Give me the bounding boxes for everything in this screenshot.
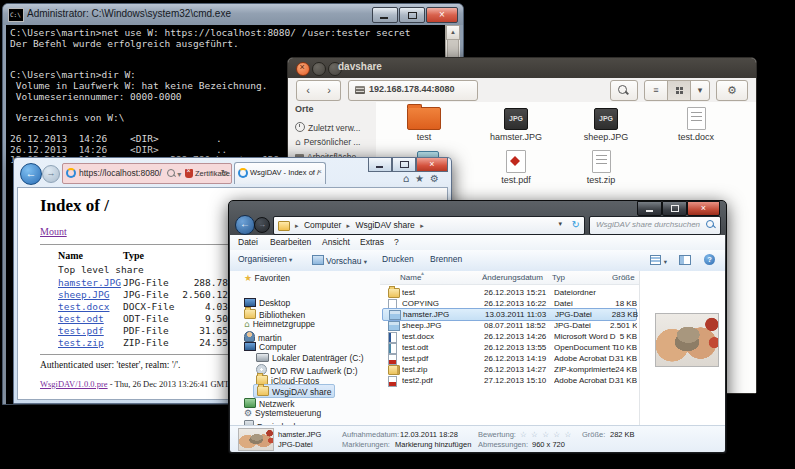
- file-link[interactable]: test.pdf: [58, 325, 104, 336]
- back-button[interactable]: [235, 215, 255, 235]
- sidebar-item-favoriten[interactable]: ★ Favoriten: [244, 273, 290, 283]
- breadcrumb-computer[interactable]: Computer: [304, 220, 341, 230]
- file-link[interactable]: test.odt: [58, 313, 104, 324]
- menu-help[interactable]: ?: [394, 237, 399, 247]
- sidebar-item-heimnetzgruppe[interactable]: ⌂Heimnetzgruppe: [244, 319, 315, 329]
- address-button[interactable]: 192.168.178.44:8080: [348, 80, 478, 101]
- file-row-pdf[interactable]: test.pdf26.12.2013 14:19Adobe Acrobat D.…: [382, 353, 637, 364]
- gear-menu-button[interactable]: ⚙: [716, 80, 748, 101]
- column-date[interactable]: Änderungsdatum: [482, 273, 543, 282]
- folder-icon: [407, 107, 441, 130]
- file-row-test[interactable]: test26.12.2013 15:21Dateiordner: [382, 287, 637, 298]
- file-link[interactable]: test.docx: [58, 301, 109, 312]
- image-file-icon: [388, 321, 400, 331]
- certificate-error-icon[interactable]: [185, 169, 193, 178]
- column-header-row: ▲ Name Änderungsdatum Typ Größe: [380, 271, 639, 285]
- search-box[interactable]: WsgiDAV share durchsuchen: [589, 216, 721, 235]
- file-test-pdf[interactable]: test.pdf: [474, 147, 558, 185]
- file-link[interactable]: sheep.JPG: [58, 289, 109, 300]
- folder-icon: [257, 386, 269, 396]
- folder-icon: [278, 221, 290, 231]
- address-bar[interactable]: https://localhost:8080/ ▾ Zertifikatfe..…: [62, 163, 232, 184]
- list-view-button[interactable]: ≡: [645, 81, 668, 100]
- views-button[interactable]: ▾: [650, 254, 667, 266]
- file-test-zip[interactable]: test.zip: [559, 147, 643, 185]
- burn-button[interactable]: Brennen: [430, 254, 462, 264]
- view-options-chevron[interactable]: ▾: [691, 81, 709, 100]
- document-file-icon: [687, 107, 706, 130]
- explorer-body: ★ Favoriten Desktop Bibliotheken ⌂Heimne…: [230, 271, 725, 426]
- search-button[interactable]: [610, 80, 638, 101]
- maximize-button[interactable]: [662, 201, 687, 216]
- nautilus-titlebar[interactable]: davshare: [288, 58, 756, 78]
- rating-stars[interactable]: ☆ ☆ ☆ ☆ ☆: [520, 430, 572, 439]
- file-row-docx[interactable]: test.docx26.12.2013 14:26Microsoft Word …: [382, 331, 637, 342]
- file-test-docx[interactable]: test.docx: [654, 104, 738, 142]
- details-filetype: JPG-Datei: [278, 440, 313, 449]
- file-row-odt[interactable]: test.odt26.12.2013 13:55OpenDocument T..…: [382, 342, 637, 353]
- favorites-star-icon[interactable]: ★: [415, 173, 430, 184]
- close-button[interactable]: ×: [426, 7, 458, 23]
- organize-button[interactable]: Organisieren ▾: [238, 254, 292, 264]
- search-placeholder: WsgiDAV share durchsuchen: [596, 220, 700, 229]
- menu-datei[interactable]: Datei: [238, 237, 258, 247]
- preview-pane: [640, 271, 725, 426]
- maximize-button[interactable]: [392, 158, 416, 172]
- print-button[interactable]: Drucken: [382, 254, 414, 264]
- sidebar-item-computer[interactable]: Computer: [244, 341, 296, 352]
- close-button[interactable]: [296, 62, 310, 76]
- column-name[interactable]: Name: [400, 273, 421, 282]
- tab-close-icon[interactable]: ×: [317, 167, 322, 176]
- close-button[interactable]: ×: [416, 158, 448, 172]
- tools-gear-icon[interactable]: ⚙: [430, 173, 445, 184]
- home-icon[interactable]: ⌂: [403, 173, 415, 184]
- search-icon[interactable]: [167, 169, 175, 177]
- wsgidav-version-link[interactable]: WsgiDAV/1.0.0.pre: [40, 379, 108, 389]
- menu-ansicht[interactable]: Ansicht: [322, 237, 350, 247]
- help-button[interactable]: ?: [704, 254, 715, 265]
- close-button[interactable]: ×: [687, 201, 720, 216]
- sidebar-item-drive-c[interactable]: Lokaler Datenträger (C:): [256, 352, 364, 363]
- minimize-button[interactable]: [372, 7, 398, 23]
- menu-bearbeiten[interactable]: Bearbeiten: [270, 237, 311, 247]
- file-link[interactable]: test.zip: [58, 337, 104, 348]
- scroll-up-icon[interactable]: ▲: [446, 25, 460, 40]
- maximize-button[interactable]: [399, 7, 425, 23]
- minimize-button[interactable]: [637, 201, 662, 216]
- browser-tab[interactable]: WsgiDAV - Index of / ×: [234, 162, 326, 184]
- file-row-sheep[interactable]: sheep.JPG08.07.2011 18:52JPG-Datei2.501 …: [382, 320, 637, 331]
- browser-back-button[interactable]: [20, 163, 42, 185]
- minimize-button[interactable]: [312, 62, 326, 76]
- pdf-file-icon: [506, 150, 526, 173]
- sidebar-item-recent[interactable]: Zuletzt verw...: [295, 121, 373, 133]
- forward-button[interactable]: ›: [318, 80, 341, 101]
- refresh-icon[interactable]: ↻: [220, 168, 228, 178]
- preview-pane-toggle[interactable]: [679, 254, 691, 266]
- tags-value[interactable]: Markierung hinzufügen: [395, 440, 471, 449]
- preview-button[interactable]: Vorschau ▾: [312, 254, 367, 266]
- minimize-button[interactable]: [368, 158, 392, 172]
- column-type[interactable]: Typ: [552, 273, 565, 282]
- file-hamster-jpg[interactable]: JPG hamster.JPG: [474, 104, 558, 142]
- file-row-test2-pdf[interactable]: test2.pdf27.12.2013 15:10Adobe Acrobat D…: [382, 375, 637, 386]
- forward-button[interactable]: [254, 217, 270, 233]
- file-link[interactable]: hamster.JPG: [58, 277, 121, 288]
- column-size[interactable]: Größe: [612, 273, 635, 282]
- file-sheep-jpg[interactable]: JPG sheep.JPG: [564, 104, 648, 142]
- browser-forward-button[interactable]: [42, 165, 60, 183]
- menu-extras[interactable]: Extras: [360, 237, 384, 247]
- address-bar[interactable]: ▸ Computer ▸ WsgiDAV share ▸ ▾ ↻: [273, 216, 585, 235]
- sidebar-item-systemsteuerung[interactable]: ⚙Systemsteuerung: [244, 408, 321, 418]
- sidebar-item-wsgidav-share[interactable]: WsgiDAV share: [253, 384, 335, 398]
- breadcrumb-share[interactable]: WsgiDAV share: [355, 220, 414, 230]
- sidebar-item-home[interactable]: ⌂Persönlicher ...: [295, 137, 373, 147]
- cmd-titlebar[interactable]: Administrator: C:\Windows\system32\cmd.e…: [3, 4, 463, 25]
- mount-link[interactable]: Mount: [40, 226, 67, 237]
- url-text: https://localhost:8080/: [79, 168, 162, 178]
- grid-view-button[interactable]: [668, 81, 691, 100]
- refresh-icon[interactable]: ↻: [572, 219, 580, 230]
- chevron-down-icon[interactable]: ▾: [558, 220, 562, 228]
- file-test-folder[interactable]: test: [382, 104, 466, 142]
- file-row-zip[interactable]: test.zip26.12.2013 14:27ZIP-komprimierte…: [382, 364, 637, 375]
- back-button[interactable]: ‹: [296, 80, 320, 101]
